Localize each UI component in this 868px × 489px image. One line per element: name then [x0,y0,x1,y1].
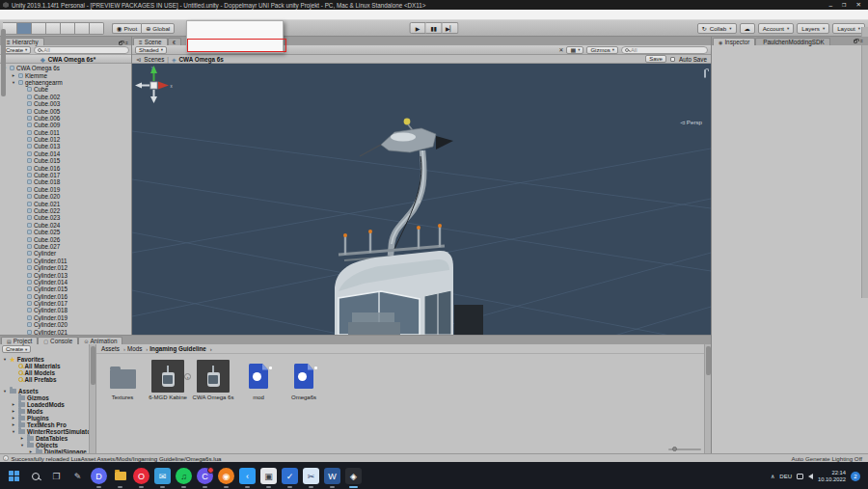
scene-3d-viewport[interactable]: y x ◅ Persp [132,64,711,335]
menu-item[interactable] [61,10,69,19]
menu-option[interactable] [187,41,283,52]
hierarchy-row[interactable]: ▼ Cube.012 [0,136,124,143]
autosave-checkbox[interactable] [670,57,675,62]
project-tree-row[interactable]: ▼ DataTables [0,435,95,442]
hierarchy-row[interactable]: ▼ Cube.013 [0,143,124,149]
hierarchy-row[interactable]: ▼ Cylinder.011 [0,258,124,264]
panel-menu-icon[interactable]: ≡ [125,40,128,45]
start-icon[interactable] [6,468,22,484]
notification-badge[interactable]: 2 [851,472,860,481]
lua-mod[interactable]: › mod [240,360,277,400]
clock[interactable]: 22:14 10.10.2022 [818,470,846,482]
menu-item[interactable] [69,10,78,19]
stylus-icon[interactable]: ✎ [69,468,86,484]
file-explorer-icon[interactable] [112,468,128,484]
scale-tool[interactable] [46,22,61,35]
minimize-button[interactable]: – [828,2,832,9]
hierarchy-row[interactable]: ▼ Cube.021 [0,200,124,206]
editor-tools-icon[interactable]: ✕ [558,46,563,53]
lua-omega6s[interactable]: › Omega6s [285,360,322,400]
pause-button[interactable]: ▮▮ [426,22,443,34]
hierarchy-scrollbar-thumb[interactable] [1,29,6,96]
hierarchy-row[interactable]: ▼ Cylinder.015 [0,285,124,292]
scenes-breadcrumb[interactable]: Scenes [144,56,164,63]
hierarchy-row[interactable]: ▼ Cube.009 [0,122,124,128]
perspective-label[interactable]: ◅ Persp [680,119,702,125]
tray-chevron-icon[interactable]: ∧ [771,473,774,479]
hierarchy-create-button[interactable]: Create▾ [2,46,31,54]
tab-asset-store-partial[interactable]: € [168,38,181,45]
hierarchy-row[interactable]: ▼ Klemme [0,71,124,78]
hierarchy-row[interactable]: ▼ Cube.005 [0,107,124,114]
thumbnail-size-slider[interactable] [668,448,701,450]
close-button[interactable]: ✕ [856,1,861,9]
project-panel-tab[interactable]: ▤Project [1,337,38,344]
blender-icon[interactable]: ◉ [218,468,234,484]
menu-item[interactable] [17,10,26,19]
shading-mode-dropdown[interactable]: Shaded▾ [135,46,167,54]
word-icon[interactable]: W [324,468,340,484]
project-create-button[interactable]: Create▾ [2,345,31,353]
breadcrumb-item[interactable]: Assets [101,345,125,352]
hierarchy-row[interactable]: ▼ Cube.015 [0,157,124,164]
menu-item[interactable] [9,10,17,19]
opera-icon[interactable]: O [133,468,149,484]
camera-view-dropdown[interactable]: ▦▾ [566,46,583,54]
tab-hierarchy[interactable]: ≡Hierarchy [1,38,44,45]
rect-tool[interactable] [61,22,75,35]
hierarchy-row[interactable]: ▼ Cube.003 [0,100,124,107]
hierarchy-row[interactable]: ▼ Cube.011 [0,129,124,136]
breadcrumb-item[interactable]: Mods [127,345,148,352]
hierarchy-row[interactable]: ▼ Cube.025 [0,229,124,235]
hierarchy-row[interactable]: ▼ Cylinder.013 [0,271,124,278]
hierarchy-row[interactable]: ▼ CWA Omega 6s [0,65,124,71]
hierarchy-row[interactable]: ▼ Cube [0,86,124,93]
rotate-tool[interactable] [32,22,46,35]
project-tree-row[interactable]: ▼ All Models [0,369,95,376]
spotify-icon[interactable]: ♫ [176,468,192,484]
display-tray-icon[interactable] [797,474,803,479]
menu-item[interactable] [43,10,52,19]
prefab-cwa-omega-6s[interactable]: › CWA Omega 6s [195,360,231,400]
scene-search-input[interactable]: All [621,46,708,54]
lock-icon[interactable] [119,41,122,45]
hierarchy-scrollbar[interactable] [861,27,868,298]
cloud-button[interactable]: ☁ [740,23,755,34]
project-tree-row[interactable]: ▼ Plugins [0,415,95,421]
language-indicator[interactable]: DEU [779,474,792,479]
lock-icon[interactable] [854,40,857,43]
project-tree-scrollbar[interactable] [89,344,95,453]
hierarchy-row[interactable]: ▼ Cube.022 [0,207,124,214]
hierarchy-row[interactable]: ▼ Cube.024 [0,222,124,229]
project-tree-row[interactable]: ▼ TextMesh Pro [0,421,95,428]
hierarchy-row[interactable]: ▼ Cylinder.014 [0,279,124,285]
menu-option[interactable] [187,21,283,32]
hierarchy-row[interactable]: ▼ Cylinder.017 [0,300,124,307]
project-tree-row[interactable]: ▼ All Materials [0,363,95,369]
gizmos-dropdown[interactable]: Gizmos▾ [586,46,618,54]
hierarchy-row[interactable]: ▼ Cube.014 [0,150,124,157]
statusbar[interactable]: i Successfully reloaded LuaAsset Assets/… [0,453,868,462]
hierarchy-row[interactable]: ▼ Cube.006 [0,115,124,122]
custom-tool[interactable] [90,22,104,35]
hierarchy-row[interactable]: ▼ Cylinder.012 [0,264,124,271]
hierarchy-row[interactable]: ▼ Cylinder.016 [0,293,124,300]
discord-icon[interactable]: D [91,468,107,484]
hierarchy-row[interactable]: ▼ Cube.018 [0,178,124,185]
account-dropdown[interactable]: Account▾ [758,23,795,34]
hierarchy-row[interactable]: ▼ Cube.020 [0,193,124,200]
project-tree-row[interactable]: ▼ Mods [0,408,95,415]
breadcrumb-item[interactable]: Ingaming Guideline [149,345,211,352]
pivot-toggle[interactable]: ◉Pivot [112,23,141,34]
inspector-tab[interactable]: PaulchenModdingSDK [755,38,829,45]
menu-item[interactable] [52,10,61,19]
play-button[interactable]: ▶ [410,22,426,34]
layout-dropdown[interactable]: Layout▾ [832,23,865,34]
task-view-icon[interactable]: ❐ [48,468,65,484]
snipping-icon[interactable]: ✂ [303,468,319,484]
folder-textures[interactable]: › Textures [104,360,141,400]
hierarchy-row[interactable]: ▼ Cube.027 [0,243,124,250]
app-grey-icon[interactable]: ▣ [260,468,277,484]
menu-item[interactable] [26,10,35,19]
todo-icon[interactable]: ✓ [282,468,298,484]
